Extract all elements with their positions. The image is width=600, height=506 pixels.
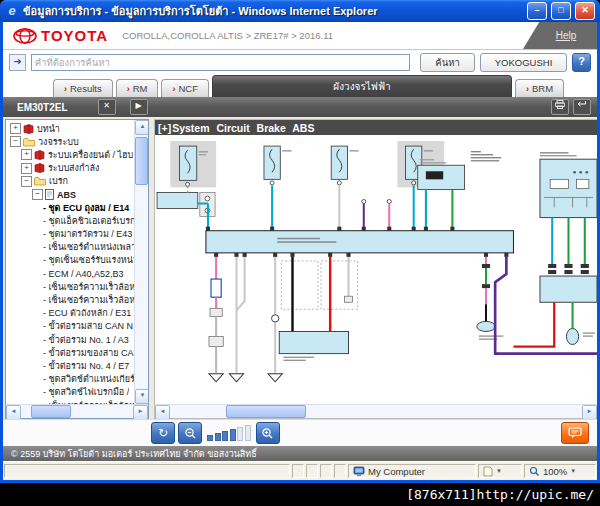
connector-row — [548, 264, 589, 274]
scroll-left-button[interactable]: ◄ — [155, 405, 170, 419]
search-button[interactable]: ค้นหา — [420, 53, 474, 72]
zoom-in-button[interactable] — [256, 422, 280, 444]
expand-icon[interactable]: + — [10, 123, 21, 134]
tree-item[interactable]: - ชุดเซ็นเซอร์รับแรงหน่ว — [8, 254, 134, 267]
main-body-ecu-block[interactable] — [540, 152, 597, 217]
tree-item[interactable]: - ชุดแอ็คชิวเอเตอร์เบรก — [8, 214, 134, 227]
collapse-icon[interactable]: − — [32, 189, 43, 200]
client-area: TOYOTA COROLLA,COROLLA ALTIS > ZRE17# > … — [3, 22, 597, 480]
deceleration-sensor-block[interactable] — [279, 331, 348, 360]
wheel-speed-sensor[interactable] — [477, 321, 495, 331]
go-icon[interactable]: ➜ — [9, 54, 26, 71]
printer-icon — [555, 100, 565, 109]
tab-rm[interactable]: › RM — [116, 79, 159, 97]
tab-brm[interactable]: › BRM — [515, 79, 564, 97]
tree-item[interactable]: - ขั้วต่อรวมของสาย CA — [8, 346, 134, 359]
fuse[interactable] — [264, 146, 291, 185]
diagram-horizontal-scrollbar[interactable]: ◄ ► — [155, 404, 597, 418]
tree-item[interactable]: - ขั้วต่อรวม No. 1 / A3 — [8, 333, 134, 346]
tree-item[interactable]: - ECU ตัวถังหลัก / E31 — [8, 307, 134, 320]
expand-icon[interactable]: + — [21, 149, 32, 160]
scroll-right-button[interactable]: ► — [133, 405, 148, 419]
scroll-up-button[interactable]: ▲ — [135, 120, 148, 135]
tree-item[interactable]: −ABS — [8, 188, 134, 201]
yokogushi-button[interactable]: YOKOGUSHI — [480, 53, 568, 72]
scroll-thumb[interactable] — [135, 137, 148, 185]
component[interactable] — [209, 336, 223, 346]
window-titlebar[interactable]: e ข้อมูลการบริการ - ข้อมูลการบริการโตโยต… — [0, 0, 600, 22]
copyright-footer: © 2559 บริษัท โตโยต้า มอเตอร์ ประเทศไทย … — [3, 446, 597, 461]
relay-block[interactable] — [157, 192, 198, 208]
status-segment — [320, 464, 332, 478]
tab-label: NCF — [178, 83, 198, 94]
collapse-icon[interactable]: − — [10, 136, 21, 147]
zoom-status-cell[interactable]: 100% ▼ — [524, 464, 596, 478]
document-toolbar: EM30T2EL ✕ ▶ — [3, 97, 597, 117]
tree-item[interactable]: - ชุดสวิตช์ตำแหน่งเกียร์ว่ — [8, 373, 134, 386]
sensor[interactable] — [566, 328, 578, 344]
tree-item[interactable]: - ชุดมาตรวัดรวม / E43 — [8, 228, 134, 241]
zoom-out-button[interactable] — [178, 422, 202, 444]
tree-item[interactable]: +ระบบเครื่องยนต์ / ไฮบ — [8, 148, 134, 161]
minimize-button[interactable]: – — [527, 2, 547, 20]
refresh-button[interactable]: ↻ — [151, 422, 175, 444]
tree-item[interactable]: - ECM / A40,A52,B3 — [8, 267, 134, 280]
tree-item-label: - เซ็นเซอร์ความเร็วล้อห — [43, 280, 134, 293]
tree-item-label: เบรก — [49, 175, 68, 188]
tab-label: RM — [133, 83, 148, 94]
tree-item[interactable]: −วงจรระบบ — [8, 135, 134, 148]
scroll-thumb[interactable] — [226, 405, 306, 418]
tree-item[interactable]: - ขั้วต่อรวมสาย CAN N — [8, 320, 134, 333]
zoom-level-indicator[interactable] — [207, 425, 251, 441]
search-help-button[interactable]: ? — [572, 53, 591, 72]
tree-item[interactable]: +บทนำ — [8, 122, 134, 135]
tree-item-label: - เซ็นเซอร์ตำแหน่งเพลา — [43, 241, 134, 254]
tree-item[interactable]: - ชุด ECU ถุงลม / E14 — [8, 201, 134, 214]
help-tab[interactable]: Help — [523, 22, 597, 49]
next-button[interactable]: ▶ — [130, 99, 148, 115]
scroll-left-button[interactable]: ◄ — [6, 405, 21, 419]
scroll-right-button[interactable]: ► — [582, 405, 597, 419]
status-page-cell[interactable]: ▼ — [478, 464, 522, 478]
tree-vertical-scrollbar[interactable]: ▲ ▼ — [134, 120, 148, 404]
diagram-expand-toggle[interactable]: [+] — [158, 122, 171, 134]
toyota-emblem-icon — [13, 28, 37, 44]
junction-connector-block[interactable] — [540, 276, 597, 302]
tree-item-label: - ชุด ECU ถุงลม / E14 — [43, 201, 129, 214]
search-input[interactable] — [31, 54, 411, 71]
wiring-diagram-svg — [155, 135, 597, 404]
tree-item[interactable]: −เบรก — [8, 175, 134, 188]
resistor[interactable] — [211, 279, 221, 297]
expand-icon[interactable]: + — [21, 163, 32, 174]
feedback-button[interactable] — [561, 422, 589, 444]
tree-item[interactable]: - เซ็นเซอร์ความเร็วล้อห — [8, 280, 134, 293]
tree-item[interactable]: - ขั้วต่อรวม No. 4 / E7 — [8, 359, 134, 372]
collapse-icon[interactable]: − — [21, 176, 32, 187]
zoom-level-label: 100% — [543, 466, 567, 477]
tree-item-label: - ชุดเซ็นเซอร์รับแรงหน่ว — [43, 254, 134, 267]
image-caption: [876x711]http://upic.me/ — [406, 487, 594, 502]
tree-item[interactable]: - เซ็นเซอร์ตำแหน่งเพลา — [8, 241, 134, 254]
close-button[interactable]: ✕ — [575, 2, 595, 20]
abs-ecu-bus-block[interactable] — [206, 231, 514, 253]
folder-icon — [34, 176, 46, 186]
status-segment — [292, 464, 304, 478]
scroll-down-button[interactable]: ▼ — [135, 389, 148, 404]
maximize-button[interactable]: □ — [551, 2, 571, 20]
connector[interactable] — [210, 308, 222, 316]
security-zone-cell: My Computer — [348, 464, 476, 478]
fuse[interactable] — [331, 146, 358, 185]
diagram-canvas[interactable] — [155, 135, 597, 404]
tab-arrow-icon: › — [526, 84, 529, 94]
tab-ncf[interactable]: › NCF — [161, 79, 209, 97]
undo-button[interactable] — [573, 99, 591, 115]
tree-item[interactable]: +ระบบส่งกำลัง — [8, 162, 134, 175]
print-button[interactable] — [551, 99, 569, 115]
tree-item[interactable]: - ชุดสวิตช์ไฟเบรกมือ / — [8, 386, 134, 399]
tree-horizontal-scrollbar[interactable]: ◄ ► — [6, 404, 148, 418]
tab-results[interactable]: › Results — [53, 79, 113, 97]
tree-item[interactable]: - เซ็นเซอร์ความเร็วล้อห — [8, 293, 134, 306]
tab-wiring-diagram[interactable]: ผังวงจรไฟฟ้า — [212, 75, 512, 97]
close-doc-button[interactable]: ✕ — [98, 99, 116, 115]
scroll-thumb[interactable] — [31, 405, 71, 418]
